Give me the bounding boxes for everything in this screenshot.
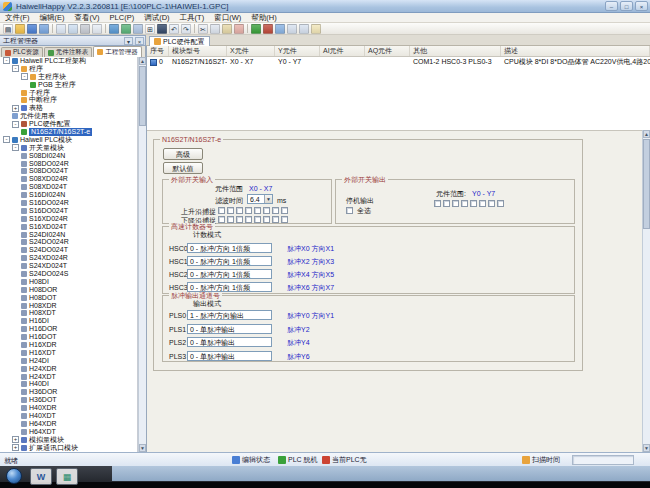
falling-edge-checkbox-1[interactable]: [227, 216, 234, 223]
falling-edge-checkbox-2[interactable]: [236, 216, 243, 223]
tree-item[interactable]: S08XD024T: [0, 183, 137, 191]
tree-scroll-thumb[interactable]: [139, 66, 146, 126]
sidebar-tab-2[interactable]: 工程管理器: [93, 46, 142, 57]
tab-plc-hardware-config[interactable]: PLC硬件配置: [149, 36, 210, 46]
module-table-row[interactable]: 0N16S2T/N16S2T-eX0 - X7Y0 - Y7COM1-2 HSC…: [147, 57, 650, 67]
save-all-icon[interactable]: [39, 24, 49, 34]
menu-item-3[interactable]: PLC(P): [105, 13, 140, 23]
form-scrollbar[interactable]: ▲ ▼: [642, 130, 650, 452]
select-all-checkbox[interactable]: [346, 207, 353, 214]
redo-icon[interactable]: ↷: [181, 24, 191, 34]
tree-item[interactable]: S24DO024R: [0, 238, 137, 246]
pin-icon[interactable]: ▾: [124, 37, 133, 45]
tree-item[interactable]: S16XD024R: [0, 215, 137, 223]
tree-item[interactable]: H08DI: [0, 278, 137, 286]
rising-edge-checkbox-2[interactable]: [236, 207, 243, 214]
zoom-in-icon[interactable]: [287, 24, 297, 34]
undo-icon[interactable]: ↶: [169, 24, 179, 34]
tree-item[interactable]: -开关量模块: [0, 144, 137, 152]
grid-icon[interactable]: ⊞: [145, 24, 155, 34]
monitor-icon[interactable]: [275, 24, 285, 34]
tree-item[interactable]: +模拟量模块: [0, 436, 137, 444]
start-button[interactable]: [6, 468, 22, 484]
pls-mode-select-2[interactable]: 0 - 单脉冲输出: [187, 337, 272, 347]
tree-item[interactable]: H08DOT: [0, 294, 137, 302]
tree-item[interactable]: H36DOT: [0, 396, 137, 404]
tree-item[interactable]: H40XDT: [0, 412, 137, 420]
tree-item[interactable]: S16DO024R: [0, 199, 137, 207]
output-checkbox-7[interactable]: [497, 200, 504, 207]
tree-item[interactable]: S08DO024T: [0, 167, 137, 175]
tree-item[interactable]: H16XDT: [0, 349, 137, 357]
tree-item[interactable]: S24DI024N: [0, 231, 137, 239]
tree-expander-icon[interactable]: -: [3, 136, 10, 143]
save-icon[interactable]: [27, 24, 37, 34]
tree-item[interactable]: +扩展通讯口模块: [0, 444, 137, 452]
menu-item-7[interactable]: 帮助(H): [246, 13, 281, 23]
find-icon[interactable]: [157, 24, 167, 34]
tree-item[interactable]: -Haiwell PLC工程架构: [0, 57, 137, 65]
tree-item[interactable]: H16DOT: [0, 333, 137, 341]
rising-edge-checkbox-7[interactable]: [281, 207, 288, 214]
tree-item[interactable]: H64XDR: [0, 420, 137, 428]
tree-item[interactable]: S24DO024S: [0, 270, 137, 278]
import-icon[interactable]: [56, 24, 66, 34]
tree-item[interactable]: -Haiwell PLC模块: [0, 136, 137, 144]
tree-item[interactable]: H40XDR: [0, 404, 137, 412]
tree-item[interactable]: S24XD024R: [0, 254, 137, 262]
tree-item[interactable]: -程序: [0, 65, 137, 73]
new-icon[interactable]: ▤: [3, 24, 13, 34]
tree-expander-icon[interactable]: +: [12, 105, 19, 112]
export-icon[interactable]: [68, 24, 78, 34]
hsc-mode-select-0[interactable]: 0 - 脉冲/方向 1倍频: [187, 243, 272, 253]
pls-mode-select-3[interactable]: 0 - 单脉冲输出: [187, 351, 272, 361]
haiwell-taskbar-icon[interactable]: ▦: [56, 468, 78, 485]
tree-expander-icon[interactable]: -: [3, 57, 10, 64]
zoom-out-icon[interactable]: [299, 24, 309, 34]
menu-item-6[interactable]: 窗口(W): [209, 13, 246, 23]
scroll-up-icon[interactable]: ▲: [139, 57, 146, 65]
output-checkbox-2[interactable]: [452, 200, 459, 207]
output-checkbox-0[interactable]: [434, 200, 441, 207]
menu-item-1[interactable]: 编辑(E): [35, 13, 70, 23]
copy-icon[interactable]: [210, 24, 220, 34]
scroll-up-icon[interactable]: ▲: [643, 130, 650, 138]
rising-edge-checkbox-6[interactable]: [272, 207, 279, 214]
tree-item[interactable]: H08DOR: [0, 286, 137, 294]
tree-item[interactable]: -PLC硬件配置: [0, 120, 137, 128]
tree-expander-icon[interactable]: +: [12, 436, 19, 443]
menu-item-4[interactable]: 调试(D): [139, 13, 174, 23]
tree-item[interactable]: H24DI: [0, 357, 137, 365]
output-checkbox-6[interactable]: [488, 200, 495, 207]
tree-item[interactable]: S08DI024N: [0, 152, 137, 160]
tree-item[interactable]: S16DI024N: [0, 191, 137, 199]
tree-item[interactable]: H24XDT: [0, 373, 137, 381]
filter-time-select[interactable]: 6.4 ▼: [247, 194, 273, 204]
print-icon[interactable]: [80, 24, 90, 34]
tree-item[interactable]: S16XD024T: [0, 223, 137, 231]
menu-item-0[interactable]: 文件(F): [0, 13, 35, 23]
tree-item[interactable]: S24XD024T: [0, 262, 137, 270]
tree-expander-icon[interactable]: -: [12, 65, 19, 72]
scroll-down-icon[interactable]: ▼: [643, 444, 650, 452]
sidebar-tab-0[interactable]: PLC资源: [1, 47, 43, 57]
output-checkbox-3[interactable]: [461, 200, 468, 207]
sidebar-tab-1[interactable]: 元件注释表: [44, 47, 93, 57]
output-checkbox-4[interactable]: [470, 200, 477, 207]
download-plc-icon[interactable]: [109, 24, 119, 34]
tree-item[interactable]: H08XDT: [0, 310, 137, 318]
tree-item[interactable]: -主程序块: [0, 73, 137, 81]
rising-edge-checkbox-3[interactable]: [245, 207, 252, 214]
tree-item[interactable]: H64XDT: [0, 428, 137, 436]
form-scroll-thumb[interactable]: [643, 139, 650, 229]
paste-icon[interactable]: [222, 24, 232, 34]
upload-plc-icon[interactable]: [121, 24, 131, 34]
tree-item[interactable]: S08DO024R: [0, 160, 137, 168]
tree-item[interactable]: H40DI: [0, 381, 137, 389]
default-button[interactable]: 默认值: [163, 162, 203, 174]
output-checkbox-1[interactable]: [443, 200, 450, 207]
falling-edge-checkbox-7[interactable]: [281, 216, 288, 223]
tree-item[interactable]: +表格: [0, 104, 137, 112]
rising-edge-checkbox-5[interactable]: [263, 207, 270, 214]
tree-expander-icon[interactable]: -: [21, 73, 28, 80]
